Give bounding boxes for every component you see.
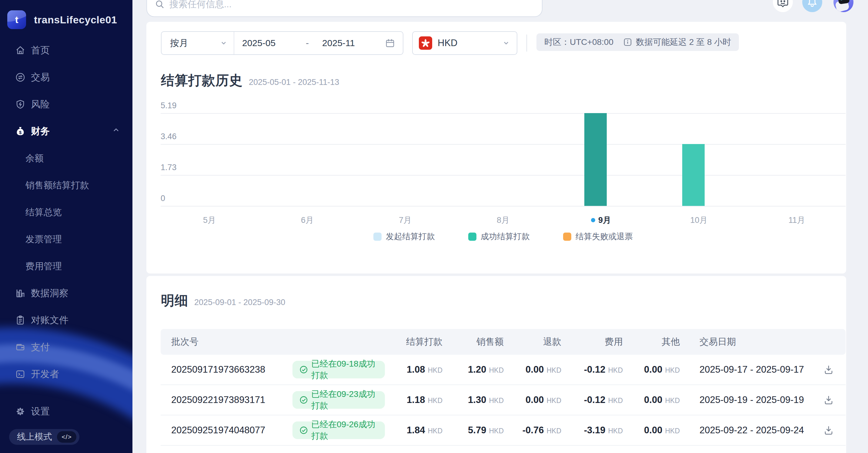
sidebar-item-risk[interactable]: 风险 — [0, 95, 132, 113]
x-axis-label: 11月 — [770, 215, 824, 225]
sidebar-item-transactions[interactable]: 交易 — [0, 68, 132, 86]
sidebar-item-label: 风险 — [31, 98, 50, 111]
x-axis-label: 5月 — [182, 215, 237, 225]
date-range-picker[interactable]: 2025-05 - 2025-11 — [234, 32, 403, 54]
payments-icon — [14, 341, 26, 353]
col-header-refund: 退款 — [504, 336, 561, 348]
legend-label: 结算失败或退票 — [576, 231, 633, 242]
sidebar-subitem-3-3[interactable]: 发票管理 — [0, 230, 132, 248]
details-card: 明细 2025-09-01 - 2025-09-30 批次号 结算打款 销售额 … — [146, 276, 846, 453]
legend-item[interactable]: 发起结算打款 — [373, 231, 435, 242]
sidebar-item-label: 开发者 — [31, 368, 59, 381]
download-icon — [823, 394, 834, 405]
table-row: 202509251974048077已经在09-26成功打款1.84HKD5.7… — [161, 415, 845, 446]
group-by-select[interactable]: 按月 — [161, 32, 234, 54]
gridline — [161, 175, 845, 176]
home-icon — [14, 44, 26, 56]
sidebar-item-payments[interactable]: 支付 — [0, 338, 132, 356]
recon-files-icon — [14, 314, 26, 326]
check-circle-icon — [299, 365, 308, 374]
group-by-value: 按月 — [170, 37, 188, 50]
date-to-value: 2025-11 — [322, 38, 355, 48]
chart-date-range: 2025-05-01 - 2025-11-13 — [249, 78, 339, 87]
chevron-up-icon — [112, 126, 120, 137]
download-button[interactable] — [807, 394, 845, 405]
check-circle-icon — [299, 395, 308, 404]
hong-kong-flag-icon — [419, 36, 432, 50]
filter-divider — [526, 35, 527, 52]
cell-refund: 0.00HKD — [504, 364, 561, 375]
table-row: 202509221973893171已经在09-23成功打款1.18HKD1.3… — [161, 385, 845, 415]
sidebar-item-label: 支付 — [31, 341, 50, 354]
sidebar-item-developer[interactable]: 开发者 — [0, 365, 132, 383]
brand: t transLifecycle01 — [7, 10, 117, 29]
settlement-table: 批次号 结算打款 销售额 退款 费用 其他 交易日期 2025091719736… — [161, 329, 845, 446]
sidebar-item-settings[interactable]: 设置 — [0, 402, 132, 421]
sidebar-subitem-3-1[interactable]: 销售额结算打款 — [0, 176, 132, 194]
table-header-row: 批次号 结算打款 销售额 退款 费用 其他 交易日期 — [161, 329, 845, 355]
x-axis-label: 10月 — [672, 215, 726, 225]
x-axis-label[interactable]: 9月 — [574, 215, 628, 225]
cell-batch-number: 202509171973663238 — [161, 364, 292, 375]
col-header-settlement: 结算打款 — [385, 336, 442, 348]
feedback-button[interactable] — [773, 0, 793, 12]
download-icon — [823, 425, 834, 436]
app-name: transLifecycle01 — [34, 14, 117, 26]
sidebar-item-recon-files[interactable]: 对账文件 — [0, 311, 132, 329]
date-from-value: 2025-05 — [242, 38, 276, 48]
timezone-label: 时区：UTC+08:00 — [544, 36, 613, 48]
cell-sales: 1.20HKD — [442, 364, 504, 375]
main-content: 搜索任何信息... 按月 2025-05 — [132, 0, 868, 453]
currency-select[interactable]: HKD — [412, 31, 517, 55]
gridline — [161, 113, 845, 114]
y-axis-tick-label: 0 — [161, 194, 165, 203]
col-header-sales: 销售额 — [442, 336, 504, 348]
sidebar-item-label: 财务 — [31, 125, 50, 138]
developer-icon — [14, 368, 26, 380]
online-mode-badge[interactable]: 线上模式 </> — [9, 429, 80, 445]
cell-other: 0.00HKD — [623, 364, 680, 375]
details-title: 明细 — [161, 292, 188, 309]
cell-settlement: 1.08HKD — [385, 364, 442, 375]
info-icon — [623, 38, 632, 47]
online-mode-label: 线上模式 — [17, 431, 52, 443]
sidebar-nav: 首页交易风险$财务余额销售额结算打款结算总览发票管理费用管理数据洞察对账文件支付… — [0, 41, 132, 383]
status-badge: 已经在09-18成功打款 — [292, 361, 385, 379]
legend-swatch-icon — [468, 233, 476, 241]
cell-refund: 0.00HKD — [504, 394, 561, 405]
cell-other: 0.00HKD — [623, 394, 680, 405]
logo-letter: t — [15, 14, 19, 26]
bar-9月-成功结算打款 — [584, 113, 607, 206]
app-logo[interactable]: t — [7, 10, 26, 29]
sidebar-item-home[interactable]: 首页 — [0, 41, 132, 59]
settlement-history-card: 按月 2025-05 - 2025-11 — [146, 22, 846, 273]
legend-item[interactable]: 结算失败或退票 — [563, 231, 633, 242]
status-badge: 已经在09-23成功打款 — [292, 391, 385, 409]
sidebar-item-insights[interactable]: 数据洞察 — [0, 284, 132, 302]
search-icon — [155, 0, 164, 9]
col-header-date: 交易日期 — [700, 336, 807, 348]
settings-icon — [14, 406, 26, 417]
download-button[interactable] — [807, 425, 845, 436]
sidebar-item-label: 设置 — [31, 405, 50, 418]
x-axis-label: 7月 — [378, 215, 433, 225]
status-badge: 已经在09-26成功打款 — [292, 421, 385, 439]
sidebar-item-finance[interactable]: $财务 — [0, 122, 132, 141]
legend-item[interactable]: 成功结算打款 — [468, 231, 530, 242]
sidebar-subitem-3-4[interactable]: 费用管理 — [0, 257, 132, 275]
gridline — [161, 144, 845, 145]
search-input[interactable]: 搜索任何信息... — [146, 0, 542, 17]
bell-icon — [806, 0, 818, 8]
svg-text:$: $ — [19, 130, 22, 135]
code-mode-icon[interactable]: </> — [57, 431, 76, 443]
sidebar-settings-section: 设置 — [0, 402, 132, 421]
notifications-button[interactable] — [802, 0, 822, 12]
y-axis-tick-label: 3.46 — [161, 132, 177, 141]
sidebar-subitem-3-0[interactable]: 余额 — [0, 149, 132, 168]
y-axis-tick-label: 1.73 — [161, 163, 177, 172]
legend-label: 成功结算打款 — [481, 231, 530, 242]
download-button[interactable] — [807, 364, 845, 375]
sidebar-subitem-3-2[interactable]: 结算总览 — [0, 203, 132, 221]
cell-other: 0.00HKD — [623, 425, 680, 436]
assistant-avatar-button[interactable] — [833, 0, 854, 12]
